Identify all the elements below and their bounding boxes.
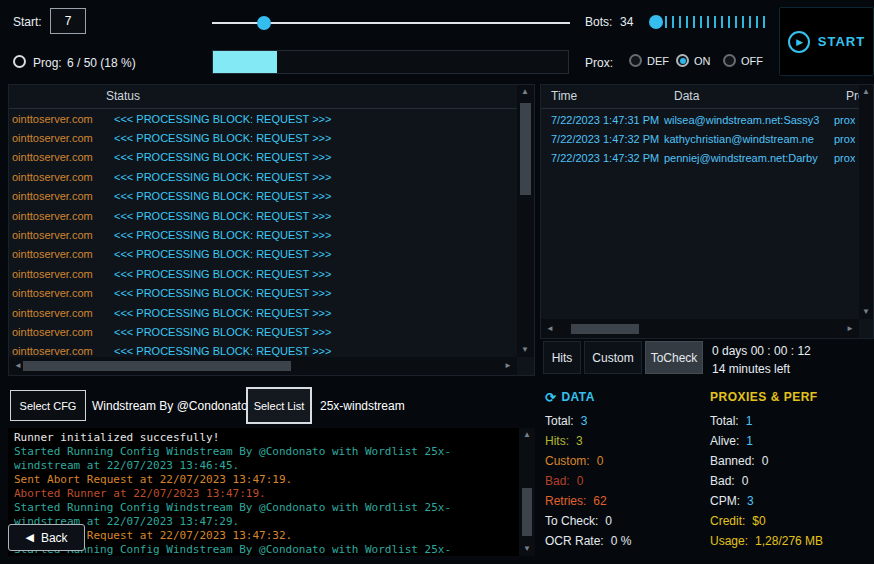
stat-row: CPM: 3	[710, 491, 874, 511]
table-row[interactable]: ointtoserver.com <<< PROCESSING BLOCK: R…	[9, 187, 517, 206]
bots-slider-thumb[interactable]	[649, 15, 663, 29]
table-row[interactable]: ointtoserver.com <<< PROCESSING BLOCK: R…	[9, 225, 517, 244]
stat-value: $0	[752, 514, 765, 528]
table-row[interactable]: ointtoserver.com <<< PROCESSING BLOCK: R…	[9, 245, 517, 264]
scrollbar-thumb[interactable]	[23, 361, 291, 371]
scroll-right-icon[interactable]: ►	[846, 325, 854, 333]
row-status: <<< PROCESSING BLOCK: REQUEST >>>	[105, 248, 331, 260]
start-threads-input[interactable]	[50, 8, 86, 34]
scroll-down-icon[interactable]: ▼	[523, 545, 531, 553]
stat-value: 0	[577, 474, 584, 488]
stat-row: Bad: 0	[545, 471, 705, 491]
row-status: <<< PROCESSING BLOCK: REQUEST >>>	[105, 113, 331, 125]
row-source: ointtoserver.com	[9, 229, 105, 241]
status-vertical-scrollbar[interactable]: ▲ ▼	[517, 85, 534, 357]
table-row[interactable]: ointtoserver.com <<< PROCESSING BLOCK: R…	[9, 284, 517, 303]
row-data: penniej@windstream.net:Darby	[664, 152, 834, 164]
row-source: ointtoserver.com	[9, 113, 105, 125]
stat-row: Credit: $0	[710, 511, 874, 531]
progress-bar	[212, 50, 569, 74]
data-stats-section: ⟳ DATA Total: 3 Hits: 3 Custom: 0 Bad: 0…	[545, 390, 705, 551]
slider-thumb[interactable]	[257, 16, 271, 30]
tab-hits[interactable]: Hits	[543, 341, 581, 374]
row-source: ointtoserver.com	[9, 345, 105, 357]
table-row[interactable]: 7/22/2023 1:47:31 PM wilsea@windstream.n…	[541, 110, 859, 129]
table-row[interactable]: ointtoserver.com <<< PROCESSING BLOCK: R…	[9, 206, 517, 225]
hits-horizontal-scrollbar[interactable]: ◄ ►	[541, 319, 859, 338]
scroll-left-icon[interactable]: ◄	[546, 325, 554, 333]
stat-row: Hits: 3	[545, 431, 705, 451]
scroll-up-icon[interactable]: ▲	[521, 88, 529, 96]
proxies-stats-list: Total: 1 Alive: 1 Banned: 0 Bad: 0 CPM: …	[710, 411, 874, 551]
bots-slider[interactable]	[646, 11, 768, 33]
log-line: Sent Abort Request at 22/07/2023 13:47:1…	[14, 473, 518, 487]
log-vertical-scrollbar[interactable]: ▲ ▼	[519, 428, 535, 556]
scrollbar-thumb[interactable]	[520, 103, 531, 195]
scroll-up-icon[interactable]: ▲	[523, 431, 531, 439]
progress-radio[interactable]	[13, 55, 26, 68]
table-row[interactable]: ointtoserver.com <<< PROCESSING BLOCK: R…	[9, 167, 517, 186]
status-column-header: Status	[106, 89, 140, 103]
status-panel: Status ointtoserver.com <<< PROCESSING B…	[8, 84, 535, 376]
stat-label: Custom:	[545, 454, 590, 468]
stat-label: Retries:	[545, 494, 586, 508]
row-data: wilsea@windstream.net:Sassy3	[664, 114, 834, 126]
table-row[interactable]: ointtoserver.com <<< PROCESSING BLOCK: R…	[9, 322, 517, 341]
row-status: <<< PROCESSING BLOCK: REQUEST >>>	[105, 210, 331, 222]
row-source: ointtoserver.com	[9, 287, 105, 299]
table-row[interactable]: ointtoserver.com <<< PROCESSING BLOCK: R…	[9, 342, 517, 357]
row-status: <<< PROCESSING BLOCK: REQUEST >>>	[105, 190, 331, 202]
prox-radio-def[interactable]: DEF	[629, 54, 669, 67]
scroll-left-icon[interactable]: ◄	[14, 362, 22, 370]
table-row[interactable]: ointtoserver.com <<< PROCESSING BLOCK: R…	[9, 128, 517, 147]
table-row[interactable]: ointtoserver.com <<< PROCESSING BLOCK: R…	[9, 303, 517, 322]
log-panel: Runner initialized succesfully!Started R…	[8, 428, 535, 556]
stat-value: 0 %	[611, 534, 632, 548]
tab-tocheck[interactable]: ToCheck	[645, 341, 703, 374]
table-row[interactable]: ointtoserver.com <<< PROCESSING BLOCK: R…	[9, 264, 517, 283]
table-row[interactable]: ointtoserver.com <<< PROCESSING BLOCK: R…	[9, 109, 517, 128]
bots-value: 34	[620, 15, 633, 29]
tab-custom[interactable]: Custom	[584, 341, 642, 374]
status-horizontal-scrollbar[interactable]: ◄ ►	[9, 357, 517, 375]
start-button[interactable]: ▶ START	[779, 7, 874, 76]
table-row[interactable]: ointtoserver.com <<< PROCESSING BLOCK: R…	[9, 148, 517, 167]
log-line: Aborted Runner at 22/07/2023 13:47:19.	[14, 487, 518, 501]
hits-vertical-scrollbar[interactable]: ▲ ▼	[859, 85, 873, 319]
hits-panel-header: Time Data Prox	[541, 85, 873, 109]
stat-label: To Check:	[545, 514, 598, 528]
start-button-label: START	[818, 34, 865, 49]
scroll-down-icon[interactable]: ▼	[862, 308, 870, 316]
stat-label: OCR Rate:	[545, 534, 604, 548]
prox-radio-off[interactable]: OFF	[723, 54, 763, 67]
log-line: windstream at 22/07/2023 13:46:45.	[14, 459, 518, 473]
prox-radio-on[interactable]: ON	[676, 54, 711, 67]
scrollbar-thumb[interactable]	[522, 488, 532, 536]
table-row[interactable]: 7/22/2023 1:47:32 PM penniej@windstream.…	[541, 149, 859, 168]
scroll-down-icon[interactable]: ▼	[521, 346, 529, 354]
stat-value: 62	[593, 494, 606, 508]
row-source: ointtoserver.com	[9, 171, 105, 183]
table-row[interactable]: 7/22/2023 1:47:32 PM kathychristian@wind…	[541, 129, 859, 148]
back-button-label: Back	[41, 531, 68, 545]
prog-value: 6 / 50 (18 %)	[67, 56, 136, 70]
select-cfg-button[interactable]: Select CFG	[10, 390, 86, 421]
stat-label: CPM:	[710, 494, 740, 508]
stat-value: 0	[762, 454, 769, 468]
stat-value: 1	[746, 434, 753, 448]
row-time: 7/22/2023 1:47:32 PM	[541, 133, 664, 145]
scroll-up-icon[interactable]: ▲	[862, 88, 870, 96]
config-name: Windstream By @Condonato	[92, 399, 248, 413]
back-button[interactable]: ◀ Back	[8, 524, 85, 551]
stat-value: 3	[747, 494, 754, 508]
threads-slider[interactable]	[212, 16, 570, 30]
scroll-right-icon[interactable]: ►	[504, 362, 512, 370]
status-panel-header: Status	[9, 85, 534, 109]
hits-panel: Time Data Prox 7/22/2023 1:47:31 PM wils…	[540, 84, 874, 339]
select-list-button[interactable]: Select List	[246, 387, 312, 424]
scrollbar-thumb[interactable]	[571, 324, 639, 334]
log-output: Runner initialized succesfully!Started R…	[14, 431, 518, 556]
elapsed-time: 0 days 00 : 00 : 12	[712, 344, 811, 358]
stat-label: Usage:	[710, 534, 748, 548]
stat-value: 0	[742, 474, 749, 488]
